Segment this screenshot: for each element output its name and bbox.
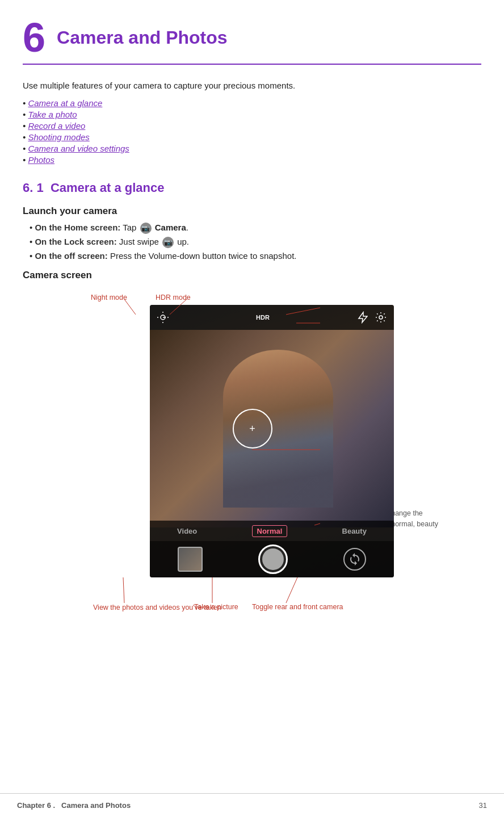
home-screen-label: On the Home screen: bbox=[35, 223, 120, 232]
launch-item-home: On the Home screen: Tap 📷 Camera. bbox=[23, 223, 481, 234]
footer-page-number: 31 bbox=[479, 801, 487, 810]
chapter-number: 6 bbox=[23, 17, 45, 58]
camera-screen-heading: Camera screen bbox=[23, 270, 481, 281]
toc-item-3[interactable]: Record a video bbox=[23, 121, 481, 131]
camera-controls bbox=[150, 541, 394, 577]
section-number: 6. 1 bbox=[23, 181, 44, 195]
section-title: Camera at a glance bbox=[51, 181, 165, 195]
lock-screen-text: Just swipe 📷 up. bbox=[119, 237, 189, 246]
take-picture-label: Take a picture bbox=[194, 603, 238, 611]
page-footer: Chapter 6 . Camera and Photos 31 bbox=[0, 793, 504, 817]
camera-viewfinder bbox=[150, 330, 394, 527]
svg-point-6 bbox=[379, 316, 383, 319]
shutter-button bbox=[258, 544, 288, 574]
home-screen-text: Tap 📷 Camera. bbox=[123, 223, 188, 232]
launch-camera-list: On the Home screen: Tap 📷 Camera. On the… bbox=[23, 223, 481, 261]
settings-gear-icon bbox=[375, 311, 387, 324]
toc-link-6[interactable]: Photos bbox=[28, 155, 54, 165]
section-61-heading: 6. 1 Camera at a glance bbox=[23, 181, 481, 195]
camera-modebar: Video Normal Beauty bbox=[150, 521, 394, 541]
lock-screen-label: On the Lock screen: bbox=[35, 237, 116, 246]
hdr-mode-label: HDR mode bbox=[156, 294, 191, 301]
shutter-inner bbox=[262, 548, 284, 570]
focus-ring bbox=[233, 409, 272, 449]
toc-item-4[interactable]: Shooting modes bbox=[23, 132, 481, 142]
camera-image: HDR bbox=[150, 305, 394, 577]
toc-link-2[interactable]: Take a photo bbox=[28, 110, 77, 119]
mode-beauty: Beauty bbox=[342, 527, 367, 535]
off-screen-text: Press the Volume-down button twice to sn… bbox=[110, 251, 297, 261]
svg-line-7 bbox=[124, 299, 136, 315]
toc-link-5[interactable]: Camera and video settings bbox=[28, 144, 129, 153]
svg-line-15 bbox=[286, 577, 297, 603]
toc-item-5[interactable]: Camera and video settings bbox=[23, 144, 481, 153]
camera-lock-icon: 📷 bbox=[162, 237, 174, 248]
toc-item-2[interactable]: Take a photo bbox=[23, 110, 481, 119]
toc-link-4[interactable]: Shooting modes bbox=[28, 132, 89, 142]
toggle-camera-label: Toggle rear and front camera bbox=[252, 603, 343, 611]
svg-line-13 bbox=[123, 577, 124, 603]
off-screen-label: On the off screen: bbox=[35, 251, 107, 261]
flash-icon bbox=[356, 311, 369, 324]
hdr-icon: HDR bbox=[257, 311, 269, 324]
toc-link-1[interactable]: Camera at a glance bbox=[28, 98, 102, 108]
night-mode-label: Night mode bbox=[91, 294, 127, 301]
chapter-header: 6 Camera and Photos bbox=[23, 17, 481, 65]
mode-video: Video bbox=[177, 527, 197, 535]
center-icons: HDR bbox=[257, 311, 269, 324]
camera-topbar: HDR bbox=[150, 305, 394, 330]
right-icons bbox=[356, 311, 387, 324]
footer-chapter-title: Camera and Photos bbox=[61, 801, 131, 810]
toc-item-6[interactable]: Photos bbox=[23, 155, 481, 165]
toc-item-1[interactable]: Camera at a glance bbox=[23, 98, 481, 108]
footer-chapter-label: Chapter 6 . Camera and Photos bbox=[17, 801, 131, 810]
launch-item-off: On the off screen: Press the Volume-down… bbox=[23, 251, 481, 261]
flip-camera-button bbox=[343, 548, 366, 571]
camera-app-icon: 📷 bbox=[140, 223, 152, 234]
toc-list: Camera at a glance Take a photo Record a… bbox=[23, 98, 481, 165]
intro-paragraph: Use multiple features of your camera to … bbox=[23, 81, 481, 90]
chapter-title: Camera and Photos bbox=[57, 27, 228, 48]
footer-chapter-label-text: Chapter 6 . bbox=[17, 801, 55, 810]
night-mode-icon bbox=[157, 311, 169, 324]
left-icons bbox=[157, 311, 169, 324]
mode-normal: Normal bbox=[252, 525, 288, 537]
camera-image-wrapper: HDR bbox=[150, 305, 394, 577]
thumbnail-control bbox=[178, 547, 203, 572]
toc-link-3[interactable]: Record a video bbox=[28, 121, 85, 131]
launch-item-lock: On the Lock screen: Just swipe 📷 up. bbox=[23, 237, 481, 248]
camera-diagram: Night mode HDR mode Flash mode Settings … bbox=[36, 288, 468, 629]
launch-camera-heading: Launch your camera bbox=[23, 206, 481, 217]
